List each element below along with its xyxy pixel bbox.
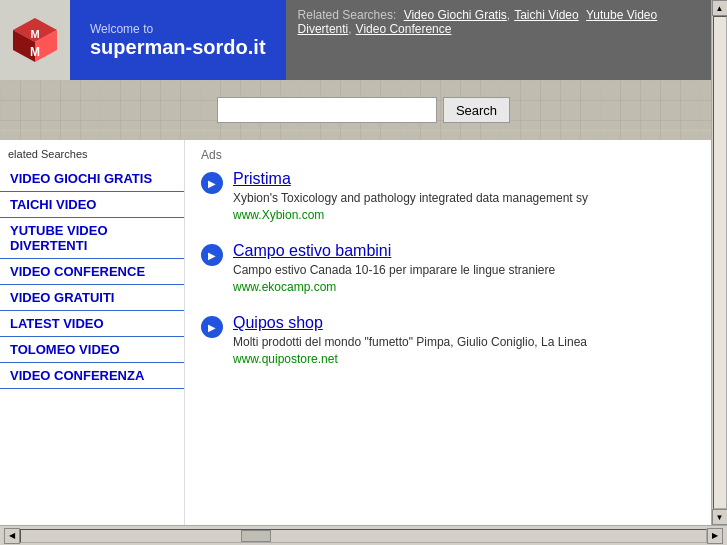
related-searches-header: Related Searches: Video Giochi Gratis,Ta… xyxy=(286,0,727,80)
svg-text:M: M xyxy=(30,45,40,59)
ad-arrow-icon-2 xyxy=(201,316,223,338)
logo-box: M M xyxy=(0,0,70,80)
related-link-1[interactable]: Taichi Video xyxy=(514,8,579,22)
sidebar: elated Searches VIDEO GIOCHI GRATISTAICH… xyxy=(0,140,185,525)
main-content: elated Searches VIDEO GIOCHI GRATISTAICH… xyxy=(0,140,727,525)
svg-text:M: M xyxy=(30,28,39,40)
ad-url-2: www.quipostore.net xyxy=(233,352,711,366)
ad-title-0[interactable]: Pristima xyxy=(233,170,711,188)
search-bar: Search xyxy=(217,97,510,123)
ad-url-1: www.ekocamp.com xyxy=(233,280,711,294)
scroll-left-button[interactable]: ◀ xyxy=(4,528,20,544)
site-name: superman-sordo.it xyxy=(90,36,266,59)
scroll-right-button[interactable]: ▶ xyxy=(707,528,723,544)
sidebar-item-3[interactable]: VIDEO CONFERENCE xyxy=(0,259,184,285)
related-link-3[interactable]: Video Conference xyxy=(356,22,452,36)
ad-items-container: PristimaXybion's Toxicology and patholog… xyxy=(201,170,711,366)
sidebar-item-5[interactable]: LATEST VIDEO xyxy=(0,311,184,337)
scroll-up-button[interactable]: ▲ xyxy=(712,0,728,16)
welcome-box: Welcome to superman-sordo.it xyxy=(70,0,286,80)
welcome-label: Welcome to xyxy=(90,22,266,36)
bottom-scrollbar: ◀ ▶ xyxy=(0,525,727,545)
ad-arrow-icon-0 xyxy=(201,172,223,194)
sidebar-item-6[interactable]: TOLOMEO VIDEO xyxy=(0,337,184,363)
right-scrollbar: ▲ ▼ xyxy=(711,0,727,525)
horizontal-scroll-thumb[interactable] xyxy=(241,530,271,542)
logo-icon: M M xyxy=(9,14,61,66)
ad-arrow-icon-1 xyxy=(201,244,223,266)
sidebar-item-0[interactable]: VIDEO GIOCHI GRATIS xyxy=(0,166,184,192)
ad-url-0: www.Xybion.com xyxy=(233,208,711,222)
scroll-track xyxy=(713,16,727,509)
ad-item-1: Campo estivo bambiniCampo estivo Canada … xyxy=(201,242,711,294)
sidebar-item-7[interactable]: VIDEO CONFERENZA xyxy=(0,363,184,389)
search-input[interactable] xyxy=(217,97,437,123)
ads-label: Ads xyxy=(201,148,711,162)
sidebar-item-1[interactable]: TAICHI VIDEO xyxy=(0,192,184,218)
ad-item-2: Quipos shopMolti prodotti del mondo "fum… xyxy=(201,314,711,366)
sidebar-item-4[interactable]: VIDEO GRATUITI xyxy=(0,285,184,311)
sidebar-title: elated Searches xyxy=(0,144,184,166)
ad-body-2: Quipos shopMolti prodotti del mondo "fum… xyxy=(233,314,711,366)
ads-content: Ads PristimaXybion's Toxicology and path… xyxy=(185,140,727,525)
header: M M Welcome to superman-sordo.it Related… xyxy=(0,0,727,80)
ad-title-1[interactable]: Campo estivo bambini xyxy=(233,242,711,260)
sidebar-items-container: VIDEO GIOCHI GRATISTAICHI VIDEOYUTUBE VI… xyxy=(0,166,184,389)
horizontal-scroll-track xyxy=(20,529,707,543)
search-area: Search xyxy=(0,80,727,140)
ad-desc-2: Molti prodotti del mondo "fumetto" Pimpa… xyxy=(233,335,711,349)
ad-body-0: PristimaXybion's Toxicology and patholog… xyxy=(233,170,711,222)
ad-item-0: PristimaXybion's Toxicology and patholog… xyxy=(201,170,711,222)
related-label: Related Searches: Video Giochi Gratis,Ta… xyxy=(298,8,715,36)
related-link-0[interactable]: Video Giochi Gratis xyxy=(404,8,507,22)
search-button[interactable]: Search xyxy=(443,97,510,123)
scroll-down-button[interactable]: ▼ xyxy=(712,509,728,525)
ad-body-1: Campo estivo bambiniCampo estivo Canada … xyxy=(233,242,711,294)
ad-desc-1: Campo estivo Canada 10-16 per imparare l… xyxy=(233,263,711,277)
sidebar-item-2[interactable]: YUTUBE VIDEO DIVERTENTI xyxy=(0,218,184,259)
ad-desc-0: Xybion's Toxicology and pathology integr… xyxy=(233,191,711,205)
ad-title-2[interactable]: Quipos shop xyxy=(233,314,711,332)
